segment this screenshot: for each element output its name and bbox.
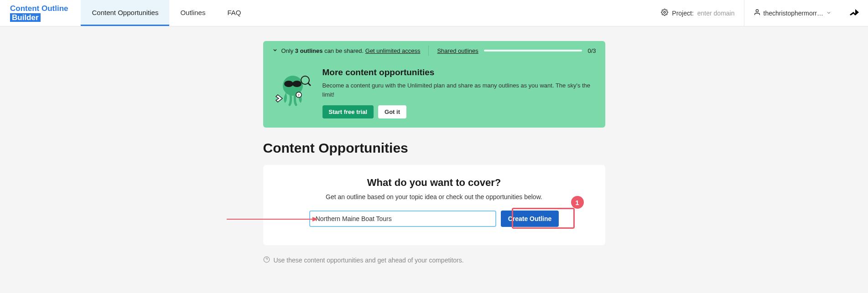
header-right: Project: enter domain thechristophermorr… — [652, 0, 868, 26]
help-icon — [263, 256, 270, 264]
svg-point-0 — [664, 11, 665, 13]
project-label: Project: — [672, 10, 693, 17]
divider — [428, 46, 429, 56]
shared-outlines-section: Shared outlines 0/3 — [437, 47, 596, 54]
app-header: Content Outline Builder Content Opportun… — [0, 0, 868, 26]
svg-text:T: T — [297, 94, 300, 97]
banner-illustration: T — [272, 67, 313, 108]
unlimited-access-link[interactable]: Get unlimited access — [365, 47, 421, 54]
svg-rect-5 — [292, 83, 294, 84]
footer-hint-text: Use these content opportunities and get … — [274, 257, 464, 264]
topic-input-card: What do you want to cover? Get an outlin… — [263, 165, 605, 245]
banner-top-bar: Only 3 outlines can be shared. Get unlim… — [263, 41, 605, 60]
banner-title: More content opportunities — [322, 67, 596, 77]
nav-tabs: Content Opportunities Outlines FAQ — [81, 0, 252, 26]
promo-banner: Only 3 outlines can be shared. Get unlim… — [263, 41, 605, 128]
banner-limit-message: Only 3 outlines can be shared. Get unlim… — [281, 47, 421, 54]
input-card-title: What do you want to cover? — [277, 177, 592, 189]
tab-label: FAQ — [227, 9, 241, 16]
create-outline-button[interactable]: Create Outline — [501, 211, 559, 227]
brand-icon[interactable] — [841, 9, 868, 17]
shared-count: 0/3 — [587, 47, 596, 54]
content-container: Only 3 outlines can be shared. Get unlim… — [263, 41, 605, 264]
footer-hint: Use these content opportunities and get … — [263, 256, 605, 264]
tab-content-opportunities[interactable]: Content Opportunities — [81, 0, 169, 26]
input-row: Create Outline 1 — [277, 211, 592, 227]
topic-input[interactable] — [309, 211, 496, 227]
shared-outlines-label[interactable]: Shared outlines — [437, 47, 478, 54]
got-it-button[interactable]: Got it — [378, 105, 406, 118]
svg-point-3 — [284, 81, 293, 87]
banner-buttons: Start free trial Got it — [322, 105, 596, 118]
start-trial-button[interactable]: Start free trial — [322, 105, 374, 118]
gear-icon — [661, 9, 668, 17]
annotation-arrow — [227, 215, 318, 223]
project-selector[interactable]: Project: enter domain — [652, 0, 744, 26]
project-domain: enter domain — [697, 10, 735, 17]
user-menu[interactable]: thechristophermorr… — [744, 9, 841, 17]
logo[interactable]: Content Outline Builder — [0, 4, 81, 22]
shared-progress-bar — [484, 50, 582, 51]
banner-limit-text: Only 3 outlines can be shared. Get unlim… — [272, 47, 421, 54]
tab-faq[interactable]: FAQ — [216, 0, 252, 26]
page-title: Content Opportunities — [263, 140, 605, 156]
banner-text: More content opportunities Become a cont… — [322, 67, 596, 118]
input-card-description: Get an outline based on your topic idea … — [277, 193, 592, 200]
banner-content: T More content opportunities Become a co… — [263, 60, 605, 128]
svg-line-7 — [308, 83, 311, 86]
tab-outlines[interactable]: Outlines — [169, 0, 216, 26]
banner-description: Become a content guru with the Unlimited… — [322, 81, 596, 99]
tab-label: Outlines — [180, 9, 205, 16]
chevron-down-icon — [826, 10, 832, 17]
logo-line2: Builder — [10, 13, 41, 22]
logo-line1: Content Outline — [10, 4, 68, 13]
main-content: Only 3 outlines can be shared. Get unlim… — [0, 26, 868, 264]
user-icon — [754, 9, 761, 17]
user-name: thechristophermorr… — [764, 10, 824, 17]
chevron-down-icon[interactable] — [272, 47, 278, 54]
svg-point-1 — [756, 10, 758, 12]
tab-label: Content Opportunities — [92, 9, 158, 16]
